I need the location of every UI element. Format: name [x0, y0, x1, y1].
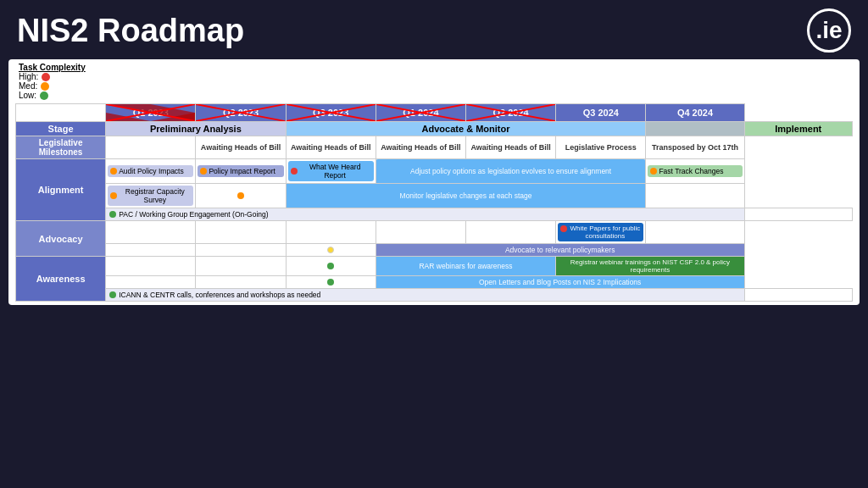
- roadmap-table: Q1 2023 Q2 2023: [15, 103, 853, 302]
- policy-dot: [200, 168, 207, 175]
- logo-text: .ie: [815, 17, 842, 44]
- aw-registrar-webinar: Registrar webinar trainings on NIST CSF …: [556, 257, 744, 276]
- aw-dot1-dot: [327, 263, 334, 269]
- adv2-empty2: [196, 244, 286, 257]
- awareness-label: Awareness: [16, 257, 106, 302]
- align-pac: PAC / Working Group Engagement (On-Going…: [106, 208, 744, 221]
- aw2-dot-dot: [327, 279, 334, 286]
- advocacy-label: Advocacy: [16, 221, 106, 257]
- q3-2024-header: Q3 2024: [556, 104, 646, 122]
- awareness-row2: Open Letters and Blog Posts on NIS 2 Imp…: [16, 276, 853, 289]
- alignment-row2: Registrar Capacity Survey Monitor legisl…: [16, 184, 853, 208]
- milestones-row: Legislative Milestones Awaiting Heads of…: [16, 136, 853, 159]
- header: NIS2 Roadmap .ie: [0, 0, 868, 59]
- registrar-dot: [110, 192, 117, 199]
- adv-empty1: [106, 221, 196, 244]
- align-policy-impact: Policy Impact Report: [196, 159, 286, 184]
- aw-icann: ICANN & CENTR calls, conferences and wor…: [106, 289, 744, 302]
- icann-task: ICANN & CENTR calls, conferences and wor…: [109, 291, 740, 299]
- align-monitor: Monitor legislative changes at each stag…: [286, 184, 646, 208]
- fast-track-task: Fast Track Changes: [648, 165, 742, 177]
- m-q1-2024: Awaiting Heads of Bill: [376, 136, 465, 159]
- page-title: NIS2 Roadmap: [17, 13, 244, 49]
- adv-empty5: [466, 221, 556, 244]
- milestones-label: Legislative Milestones: [16, 136, 106, 159]
- prelim-phase: Preliminary Analysis: [106, 122, 286, 136]
- logo: .ie: [807, 8, 851, 53]
- align-what-we-heard: What We Heard Report: [286, 159, 376, 184]
- adv-empty4: [376, 221, 465, 244]
- alignment-label: Alignment: [16, 159, 106, 221]
- align-audit: Audit Policy Impacts: [106, 159, 196, 184]
- adv-advocate: Advocate to relevant policymakers: [376, 244, 744, 257]
- adv-empty3: [286, 221, 376, 244]
- adv2-dot: [327, 247, 334, 253]
- legend-med-label: Med:: [19, 81, 37, 91]
- aw-dot1: [286, 257, 376, 276]
- white-papers-dot: [560, 225, 567, 232]
- aw2-empty2: [196, 276, 286, 289]
- m-q2-2023: Awaiting Heads of Bill: [196, 136, 286, 159]
- adv-white-papers: White Papers for public consultations: [556, 221, 646, 244]
- what-heard-task: What We Heard Report: [288, 161, 374, 181]
- aw-empty2: [196, 257, 286, 276]
- aw-open-letters: Open Letters and Blog Posts on NIS 2 Imp…: [376, 276, 744, 289]
- icann-empty: [744, 289, 852, 302]
- aw2-empty1: [106, 276, 196, 289]
- m-empty1: [106, 136, 196, 159]
- alignment-row1: Alignment Audit Policy Impacts Policy Im…: [16, 159, 853, 184]
- align-adjust: Adjust policy options as legislation evo…: [376, 159, 646, 184]
- legend-title: Task Complexity: [19, 63, 853, 72]
- q2-2023-header: Q2 2023: [196, 104, 286, 122]
- audit-dot: [110, 168, 117, 175]
- adv-empty2: [196, 221, 286, 244]
- aw-rar: RAR webinars for awareness: [376, 257, 555, 276]
- align-empty: [646, 184, 744, 208]
- legend-med-dot: [41, 82, 49, 91]
- empty-stage: [646, 122, 744, 136]
- q2-2024-header: Q2 2024: [466, 104, 556, 122]
- what-heard-dot: [291, 168, 298, 175]
- legend-low: Low:: [19, 91, 853, 100]
- implement-phase: Implement: [744, 122, 852, 136]
- m-q4-2024: Transposed by Oct 17th: [646, 136, 744, 159]
- aw-empty1: [106, 257, 196, 276]
- q4-2024-header: Q4 2024: [646, 104, 744, 122]
- white-papers-task: White Papers for public consultations: [558, 223, 643, 241]
- pac-empty: [744, 208, 852, 221]
- adv2-empty1: [106, 244, 196, 257]
- align-registrar: Registrar Capacity Survey: [106, 184, 196, 208]
- legend-med: Med:: [19, 81, 853, 91]
- legend-high-dot: [42, 73, 50, 81]
- slide: NIS2 Roadmap .ie Task Complexity High: M…: [0, 0, 868, 488]
- pac-dot: [109, 211, 116, 218]
- pac-task: PAC / Working Group Engagement (On-Going…: [109, 210, 740, 219]
- registrar-task: Registrar Capacity Survey: [108, 186, 193, 206]
- stage-label: Stage: [16, 122, 106, 136]
- alignment-row3: PAC / Working Group Engagement (On-Going…: [16, 208, 853, 221]
- aw2-dot: [286, 276, 376, 289]
- awareness-row1: Awareness RAR webinars for awareness Reg…: [16, 257, 853, 276]
- align-fast-track: Fast Track Changes: [646, 159, 744, 184]
- advocacy-row1: Advocacy White Papers for public consult…: [16, 221, 853, 244]
- m-q2-2024: Awaiting Heads of Bill: [466, 136, 556, 159]
- align-dot2-dot: [237, 192, 244, 199]
- legend-low-dot: [40, 92, 48, 100]
- adv-empty6: [646, 221, 744, 244]
- q1-2023-header: Q1 2023: [106, 104, 196, 122]
- advocate-phase: Advocate & Monitor: [286, 122, 646, 136]
- stage-row: Stage Preliminary Analysis Advocate & Mo…: [16, 122, 853, 136]
- corner-cell: [16, 104, 106, 122]
- awareness-row3: ICANN & CENTR calls, conferences and wor…: [16, 289, 853, 302]
- m-q3-2024: Legislative Process: [556, 136, 646, 159]
- legend-high-label: High:: [19, 72, 38, 81]
- adv2-dot-cell: [286, 244, 376, 257]
- icann-dot: [109, 291, 116, 298]
- align-dot2: [196, 184, 286, 208]
- content-area: Task Complexity High: Med: Low:: [8, 59, 860, 305]
- policy-task: Policy Impact Report: [198, 165, 283, 177]
- fast-track-dot: [650, 168, 657, 175]
- q3-2023-header: Q3 2023: [286, 104, 376, 122]
- legend: Task Complexity High: Med: Low:: [15, 63, 853, 100]
- m-q3-2023: Awaiting Heads of Bill: [286, 136, 376, 159]
